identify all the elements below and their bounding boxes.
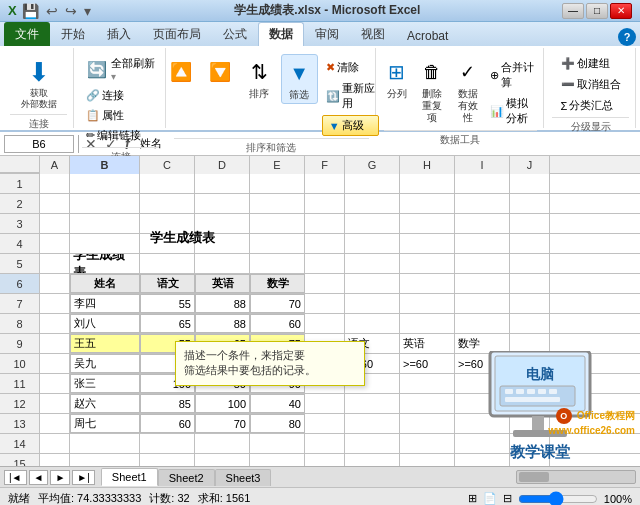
row-header-12[interactable]: 12 (0, 394, 40, 414)
col-header-d[interactable]: D (195, 156, 250, 174)
cell-b15[interactable] (70, 454, 140, 466)
tab-home[interactable]: 开始 (50, 22, 96, 46)
cell-j5[interactable] (510, 254, 550, 273)
cell-e15[interactable] (250, 454, 305, 466)
cell-a7[interactable] (40, 294, 70, 313)
row-header-5[interactable]: 5 (0, 254, 40, 274)
cell-a14[interactable] (40, 434, 70, 453)
cell-j8[interactable] (510, 314, 550, 333)
cell-b7[interactable]: 李四 (70, 294, 140, 313)
sheet-tab-sheet1[interactable]: Sheet1 (101, 468, 158, 486)
cell-e1[interactable] (250, 174, 305, 193)
cell-f5[interactable] (305, 254, 345, 273)
minimize-button[interactable]: — (562, 3, 584, 19)
edit-links-btn[interactable]: ✏ 编辑链接 (82, 126, 159, 145)
page-layout-view-icon[interactable]: 📄 (483, 492, 497, 505)
remove-duplicates-btn[interactable]: 🗑 删除重复项 (415, 54, 449, 126)
cell-f2[interactable] (305, 194, 345, 213)
sheet-tab-first-btn[interactable]: |◄ (4, 470, 27, 485)
page-break-view-icon[interactable]: ⊟ (503, 492, 512, 505)
save-qat-btn[interactable]: 💾 (20, 3, 41, 19)
cell-c3[interactable] (140, 214, 195, 233)
cell-d1[interactable] (195, 174, 250, 193)
sheet-tab-next-btn[interactable]: ► (50, 470, 70, 485)
create-group-btn[interactable]: ➕ 创建组 (557, 54, 614, 73)
cell-g6[interactable] (345, 274, 400, 293)
cell-g2[interactable] (345, 194, 400, 213)
cell-b12[interactable]: 赵六 (70, 394, 140, 413)
cell-g15[interactable] (345, 454, 400, 466)
cell-d14[interactable] (195, 434, 250, 453)
get-external-data-btn[interactable]: ⬇ 获取外部数据 (17, 54, 61, 112)
redo-qat-btn[interactable]: ↪ (63, 3, 79, 19)
cell-h7[interactable] (400, 294, 455, 313)
clear-btn[interactable]: ✖ 清除 (322, 58, 380, 77)
split-columns-btn[interactable]: ⊞ 分列 (380, 54, 414, 102)
cell-f12[interactable] (305, 394, 345, 413)
qat-dropdown-btn[interactable]: ▾ (82, 3, 93, 19)
cell-c1[interactable] (140, 174, 195, 193)
ungroup-btn[interactable]: ➖ 取消组合 (557, 75, 625, 94)
col-header-g[interactable]: G (345, 156, 400, 174)
cell-i1[interactable] (455, 174, 510, 193)
col-header-b[interactable]: B (70, 156, 140, 174)
cell-j1[interactable] (510, 174, 550, 193)
cell-f15[interactable] (305, 454, 345, 466)
zoom-slider[interactable] (518, 494, 598, 504)
cell-c14[interactable] (140, 434, 195, 453)
tab-page-layout[interactable]: 页面布局 (142, 22, 212, 46)
cell-g12[interactable] (345, 394, 400, 413)
cell-d5[interactable] (195, 254, 250, 273)
cell-h1[interactable] (400, 174, 455, 193)
cell-a13[interactable] (40, 414, 70, 433)
cell-f6[interactable] (305, 274, 345, 293)
consolidate-btn[interactable]: ⊕ 合并计算 (486, 58, 540, 92)
cell-d6[interactable]: 英语 (195, 274, 250, 293)
row-header-15[interactable]: 15 (0, 454, 40, 466)
cell-c6[interactable]: 语文 (140, 274, 195, 293)
cell-a10[interactable] (40, 354, 70, 373)
sheet-tab-sheet3[interactable]: Sheet3 (215, 469, 272, 486)
col-header-e[interactable]: E (250, 156, 305, 174)
cell-b3[interactable] (70, 214, 140, 233)
sort-desc-btn[interactable]: 🔽 (202, 54, 237, 90)
cell-b9[interactable]: 王五 (70, 334, 140, 353)
select-all-corner[interactable] (0, 156, 40, 173)
row-header-4[interactable]: 4 (0, 234, 40, 254)
cell-b10[interactable]: 吴九 (70, 354, 140, 373)
col-header-j[interactable]: J (510, 156, 550, 174)
undo-qat-btn[interactable]: ↩ (44, 3, 60, 19)
cell-h6[interactable] (400, 274, 455, 293)
cell-i3[interactable] (455, 214, 510, 233)
row-header-9[interactable]: 9 (0, 334, 40, 354)
cell-g13[interactable] (345, 414, 400, 433)
cell-a3[interactable] (40, 214, 70, 233)
row-header-10[interactable]: 10 (0, 354, 40, 374)
cell-f8[interactable] (305, 314, 345, 333)
cell-b4[interactable] (70, 234, 140, 253)
cell-j2[interactable] (510, 194, 550, 213)
cell-j6[interactable] (510, 274, 550, 293)
row-header-2[interactable]: 2 (0, 194, 40, 214)
cell-f13[interactable] (305, 414, 345, 433)
tab-acrobat[interactable]: Acrobat (396, 25, 459, 46)
cell-h2[interactable] (400, 194, 455, 213)
tab-view[interactable]: 视图 (350, 22, 396, 46)
cell-e4[interactable] (250, 234, 305, 253)
cell-d2[interactable] (195, 194, 250, 213)
sheet-tab-last-btn[interactable]: ►| (72, 470, 95, 485)
cell-h4[interactable] (400, 234, 455, 253)
tab-data[interactable]: 数据 (258, 22, 304, 46)
cell-d13[interactable]: 70 (195, 414, 250, 433)
cell-j3[interactable] (510, 214, 550, 233)
col-header-a[interactable]: A (40, 156, 70, 174)
col-header-i[interactable]: I (455, 156, 510, 174)
cell-i5[interactable] (455, 254, 510, 273)
cell-a15[interactable] (40, 454, 70, 466)
filter-btn[interactable]: ▼ 筛选 (281, 54, 318, 104)
cell-a11[interactable] (40, 374, 70, 393)
cell-c2[interactable] (140, 194, 195, 213)
cell-e3[interactable] (250, 214, 305, 233)
cell-a12[interactable] (40, 394, 70, 413)
cell-b8[interactable]: 刘八 (70, 314, 140, 333)
